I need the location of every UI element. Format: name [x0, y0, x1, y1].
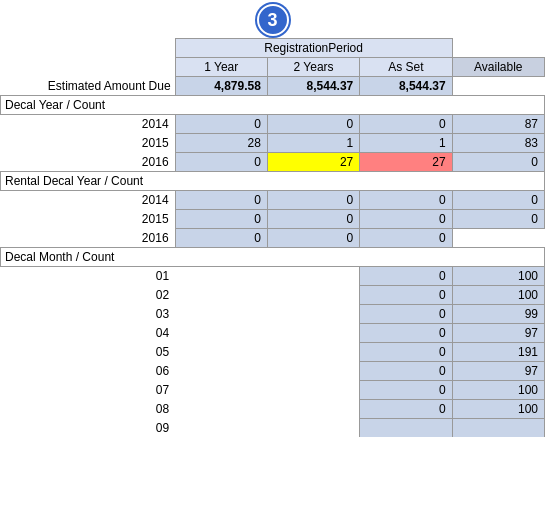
decal-month-row-09: 09 [1, 419, 545, 437]
step-badge: 3 [257, 4, 289, 36]
month-08-avail: 100 [452, 400, 544, 419]
estimated-amount-label: Estimated Amount Due [1, 77, 176, 96]
month-08-label: 08 [1, 400, 176, 419]
month-01-label: 01 [1, 267, 176, 286]
decal-2014-avail: 87 [452, 115, 544, 134]
rental-decal-row-2014: 2014 0 0 0 0 [1, 191, 545, 210]
rental-2014-v2: 0 [267, 191, 359, 210]
month-02-label: 02 [1, 286, 176, 305]
decal-2015-v1: 28 [175, 134, 267, 153]
rental-2014-v3: 0 [360, 191, 452, 210]
decal-year-2014-label: 2014 [1, 115, 176, 134]
month-03-v3: 0 [360, 305, 452, 324]
estimated-amount-1yr: 4,879.58 [175, 77, 267, 96]
decal-month-count-header: Decal Month / Count [1, 248, 545, 267]
month-04-v3: 0 [360, 324, 452, 343]
decal-month-row-07: 07 0 100 [1, 381, 545, 400]
month-09-label: 09 [1, 419, 176, 437]
month-06-avail: 97 [452, 362, 544, 381]
decal-2015-avail: 83 [452, 134, 544, 153]
rental-2015-label: 2015 [1, 210, 176, 229]
rental-2016-v1: 0 [175, 229, 267, 248]
month-02-v3: 0 [360, 286, 452, 305]
decal-year-count-header: Decal Year / Count [1, 96, 545, 115]
rental-2015-v2: 0 [267, 210, 359, 229]
decal-2016-v3: 27 [360, 153, 452, 172]
col-asset-header: As Set [360, 58, 452, 77]
month-09-v3 [360, 419, 452, 437]
rental-2016-v2: 0 [267, 229, 359, 248]
decal-year-row-2015: 2015 28 1 1 83 [1, 134, 545, 153]
month-08-v3: 0 [360, 400, 452, 419]
col-1yr-header: 1 Year [175, 58, 267, 77]
month-09-avail [452, 419, 544, 437]
decal-month-row-05: 05 0 191 [1, 343, 545, 362]
month-06-label: 06 [1, 362, 176, 381]
month-06-v3: 0 [360, 362, 452, 381]
rental-2014-v1: 0 [175, 191, 267, 210]
decal-month-row-06: 06 0 97 [1, 362, 545, 381]
month-04-label: 04 [1, 324, 176, 343]
estimated-amount-2yr: 8,544.37 [267, 77, 359, 96]
decal-2014-v3: 0 [360, 115, 452, 134]
decal-2016-avail: 0 [452, 153, 544, 172]
rental-2014-avail: 0 [452, 191, 544, 210]
decal-month-row-03: 03 0 99 [1, 305, 545, 324]
decal-month-row-04: 04 0 97 [1, 324, 545, 343]
decal-2015-v3: 1 [360, 134, 452, 153]
month-01-v3: 0 [360, 267, 452, 286]
decal-month-row-02: 02 0 100 [1, 286, 545, 305]
month-04-avail: 97 [452, 324, 544, 343]
month-01-avail: 100 [452, 267, 544, 286]
decal-year-2015-label: 2015 [1, 134, 176, 153]
month-05-v3: 0 [360, 343, 452, 362]
decal-2015-v2: 1 [267, 134, 359, 153]
month-03-label: 03 [1, 305, 176, 324]
col-avail-header: Available [452, 58, 544, 77]
decal-year-2016-label: 2016 [1, 153, 176, 172]
estimated-amount-asset: 8,544.37 [360, 77, 452, 96]
month-03-avail: 99 [452, 305, 544, 324]
rental-2015-avail: 0 [452, 210, 544, 229]
rental-2016-v3: 0 [360, 229, 452, 248]
month-05-label: 05 [1, 343, 176, 362]
month-05-avail: 191 [452, 343, 544, 362]
rental-2014-label: 2014 [1, 191, 176, 210]
decal-month-row-08: 08 0 100 [1, 400, 545, 419]
rental-decal-year-count-header: Rental Decal Year / Count [1, 172, 545, 191]
col-2yr-header: 2 Years [267, 58, 359, 77]
month-07-label: 07 [1, 381, 176, 400]
decal-year-row-2016: 2016 0 27 27 0 [1, 153, 545, 172]
rental-decal-row-2016: 2016 0 0 0 [1, 229, 545, 248]
decal-2016-v1: 0 [175, 153, 267, 172]
decal-2016-v2: 27 [267, 153, 359, 172]
rental-decal-row-2015: 2015 0 0 0 0 [1, 210, 545, 229]
decal-2014-v2: 0 [267, 115, 359, 134]
decal-2014-v1: 0 [175, 115, 267, 134]
decal-year-row-2014: 2014 0 0 0 87 [1, 115, 545, 134]
month-07-v3: 0 [360, 381, 452, 400]
rental-2015-v3: 0 [360, 210, 452, 229]
month-07-avail: 100 [452, 381, 544, 400]
rental-2015-v1: 0 [175, 210, 267, 229]
registration-period-header: RegistrationPeriod [175, 39, 452, 58]
rental-2016-label: 2016 [1, 229, 176, 248]
month-02-avail: 100 [452, 286, 544, 305]
decal-month-row-01: 01 0 100 [1, 267, 545, 286]
